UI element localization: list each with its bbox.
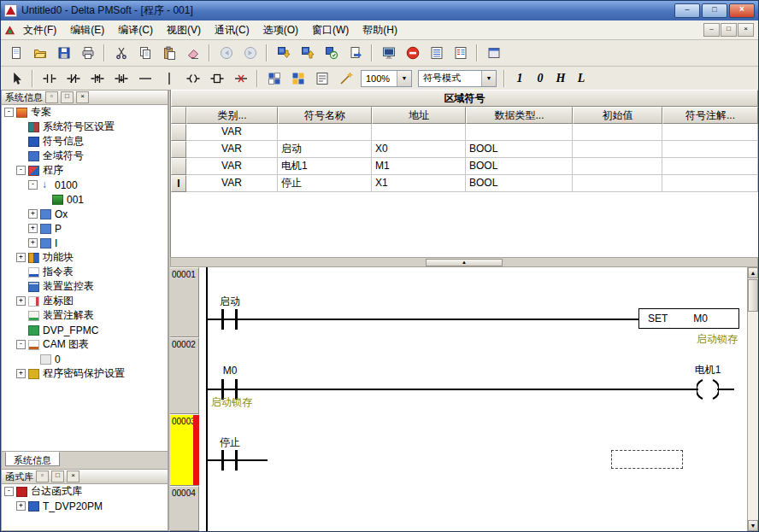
cell-symbol-name[interactable]: 启动 bbox=[278, 141, 372, 158]
cell-address[interactable]: M1 bbox=[372, 158, 466, 175]
tree-item[interactable]: 指令表 bbox=[2, 265, 168, 279]
cell-class[interactable]: VAR bbox=[186, 124, 278, 141]
expander-icon[interactable]: + bbox=[16, 253, 26, 262]
menu-help[interactable]: 帮助(H) bbox=[356, 20, 404, 40]
tree-item[interactable]: - 台达函式库 bbox=[2, 484, 168, 499]
menu-edit[interactable]: 编辑(E) bbox=[63, 20, 111, 40]
device-state-button[interactable]: L bbox=[571, 68, 591, 89]
chevron-down-icon[interactable]: ▼ bbox=[397, 71, 411, 86]
expander-icon[interactable]: - bbox=[4, 108, 14, 117]
menu-communication[interactable]: 通讯(C) bbox=[208, 20, 256, 40]
device-table-button[interactable] bbox=[449, 42, 472, 64]
tree-item[interactable]: 全域符号 bbox=[2, 149, 168, 163]
row-marker[interactable] bbox=[171, 141, 186, 158]
copy-button[interactable] bbox=[133, 42, 156, 64]
panel-pin-button[interactable]: □ bbox=[51, 471, 64, 482]
column-header[interactable]: 初始值 bbox=[573, 107, 662, 124]
symbol-mode-select[interactable]: 符号模式 ▼ bbox=[418, 70, 497, 87]
print-button[interactable] bbox=[76, 42, 99, 64]
tree-item[interactable]: + T_DVP20PM bbox=[2, 499, 168, 513]
tree-item[interactable]: - CAM 图表 bbox=[2, 337, 168, 352]
mdi-restore-button[interactable]: □ bbox=[721, 23, 737, 37]
row-marker[interactable] bbox=[171, 124, 186, 141]
tree-item[interactable]: + 功能块 bbox=[2, 250, 168, 265]
panel-close-button[interactable]: × bbox=[67, 471, 79, 482]
expander-icon[interactable]: + bbox=[16, 501, 26, 511]
cell-initial-value[interactable] bbox=[573, 158, 662, 175]
cell-data-type[interactable]: BOOL bbox=[466, 141, 573, 158]
cell-initial-value[interactable] bbox=[573, 124, 662, 141]
mdi-close-button[interactable]: × bbox=[738, 23, 754, 37]
select-pointer-button[interactable] bbox=[4, 67, 27, 90]
expander-icon[interactable]: - bbox=[28, 180, 38, 190]
cell-address[interactable]: X0 bbox=[372, 141, 466, 158]
cell-address[interactable] bbox=[372, 124, 466, 141]
close-button[interactable]: × bbox=[729, 3, 755, 18]
contact-stop-bar[interactable] bbox=[221, 450, 224, 471]
expander-icon[interactable]: + bbox=[28, 209, 38, 219]
open-file-button[interactable] bbox=[28, 42, 51, 64]
cell-symbol-name[interactable]: 停止 bbox=[278, 175, 372, 192]
save-button[interactable] bbox=[52, 42, 75, 64]
tree-item[interactable]: + I bbox=[2, 236, 168, 250]
tree-item[interactable]: + P bbox=[2, 221, 168, 236]
expander-icon[interactable]: - bbox=[4, 487, 14, 496]
network-3-header[interactable]: 00003 bbox=[170, 414, 199, 486]
maximize-button[interactable]: □ bbox=[702, 3, 727, 18]
cell-symbol-name[interactable]: 电机1 bbox=[278, 158, 372, 175]
scrollbar-thumb[interactable] bbox=[748, 279, 758, 312]
cell-comment[interactable] bbox=[662, 175, 758, 192]
symbol-view-button[interactable] bbox=[286, 67, 309, 90]
scroll-up-button[interactable]: ▲ bbox=[748, 267, 758, 278]
network-4-header[interactable]: 00004 bbox=[170, 486, 199, 531]
splitter-collapse-button[interactable]: ▲ bbox=[426, 259, 503, 266]
verify-program-button[interactable] bbox=[320, 42, 343, 64]
cell-class[interactable]: VAR bbox=[186, 141, 278, 158]
download-program-button[interactable] bbox=[272, 42, 295, 64]
panel-pin-button[interactable]: □ bbox=[61, 91, 74, 103]
device-state-button[interactable]: 1 bbox=[509, 68, 530, 89]
tree-item[interactable]: 系统符号区设置 bbox=[2, 120, 168, 134]
cell-class[interactable]: VAR bbox=[186, 175, 278, 192]
minimize-button[interactable]: – bbox=[674, 3, 700, 18]
paste-button[interactable] bbox=[157, 42, 180, 64]
cell-class[interactable]: VAR bbox=[186, 158, 278, 175]
cut-button[interactable] bbox=[109, 42, 132, 64]
tree-item[interactable]: 装置注解表 bbox=[2, 308, 168, 323]
cell-initial-value[interactable] bbox=[573, 175, 662, 192]
cell-initial-value[interactable] bbox=[573, 141, 662, 158]
tree-item[interactable]: 0 bbox=[2, 352, 168, 366]
device-state-button[interactable]: 0 bbox=[530, 68, 550, 89]
column-header[interactable]: 类别... bbox=[186, 107, 278, 124]
cell-comment[interactable] bbox=[662, 158, 758, 175]
contact-falling-button[interactable] bbox=[109, 67, 132, 90]
tree-item[interactable]: + 程序密码保护设置 bbox=[2, 366, 168, 381]
menu-window[interactable]: 窗口(W) bbox=[305, 20, 356, 40]
expander-icon[interactable]: + bbox=[16, 369, 26, 378]
contact-rising-button[interactable] bbox=[85, 67, 109, 90]
coil-button[interactable] bbox=[181, 67, 204, 90]
stop-monitor-button[interactable] bbox=[401, 42, 424, 64]
chevron-down-icon[interactable]: ▼ bbox=[481, 71, 496, 86]
panel-float-button[interactable]: ▫ bbox=[45, 91, 58, 103]
tree-item[interactable]: - 专案 bbox=[2, 105, 168, 120]
edit-cursor-selection[interactable] bbox=[611, 450, 683, 469]
expander-icon[interactable]: - bbox=[16, 166, 26, 175]
export-document-button[interactable] bbox=[344, 42, 367, 64]
cell-symbol-name[interactable] bbox=[278, 124, 372, 141]
mdi-minimize-button[interactable]: – bbox=[703, 23, 720, 37]
column-header[interactable]: 符号注解... bbox=[662, 107, 758, 124]
erase-button[interactable] bbox=[181, 42, 204, 64]
contact-start-bar[interactable] bbox=[235, 309, 238, 330]
expander-icon[interactable]: + bbox=[28, 224, 38, 233]
scroll-down-button[interactable]: ▼ bbox=[748, 520, 758, 531]
panel-float-button[interactable]: ▫ bbox=[36, 471, 49, 482]
cell-comment[interactable] bbox=[662, 124, 758, 141]
tree-item[interactable]: DVP_FPMC bbox=[2, 323, 168, 337]
expander-icon[interactable]: + bbox=[16, 296, 26, 306]
vertical-scrollbar[interactable]: ▲ ▼ bbox=[747, 267, 758, 531]
cell-data-type[interactable] bbox=[466, 124, 573, 141]
monitor-screen-button[interactable] bbox=[377, 42, 400, 64]
upload-program-button[interactable] bbox=[296, 42, 319, 64]
panel-close-button[interactable]: × bbox=[76, 91, 89, 103]
